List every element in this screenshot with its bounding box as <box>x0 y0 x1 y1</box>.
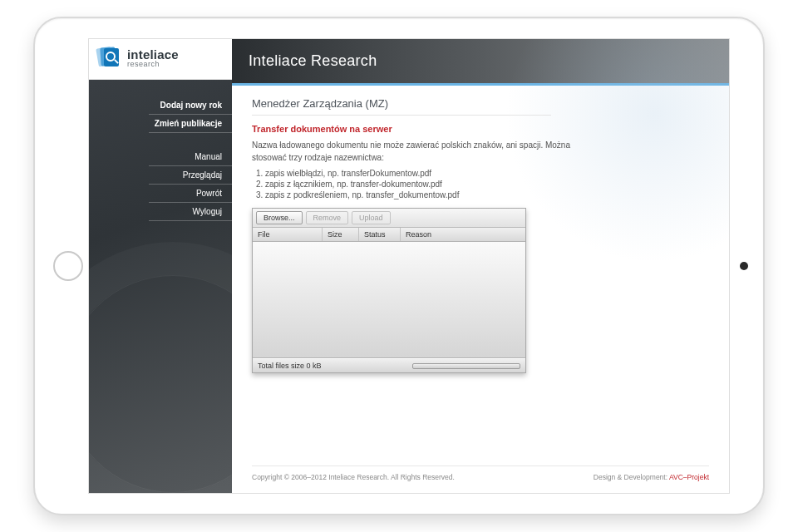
remove-button[interactable]: Remove <box>306 211 349 224</box>
col-status[interactable]: Status <box>359 228 401 241</box>
upload-button[interactable]: Upload <box>352 211 391 224</box>
brand-name: inteliace <box>127 48 179 61</box>
rule-item: zapis z podkreśleniem, np. transfer_doku… <box>265 190 709 200</box>
page-header: Inteliace Research <box>232 39 729 86</box>
file-uploader: Browse... Remove Upload File Size Status… <box>252 208 526 373</box>
app-screen: inteliace research Dodaj nowy rok Zmień … <box>88 38 730 494</box>
page-footer: Copyright © 2006–2012 Inteliace Research… <box>252 466 709 493</box>
uploader-grid-body[interactable] <box>253 242 525 358</box>
tablet-home-button[interactable] <box>53 251 83 281</box>
col-size[interactable]: Size <box>323 228 359 241</box>
nav-change-pub[interactable]: Zmień publikacje <box>149 115 232 133</box>
uploader-statusbar: Total files size 0 kB <box>253 358 525 372</box>
nav-add-year[interactable]: Dodaj nowy rok <box>149 96 232 115</box>
content: Menedżer Zarządzania (MZ) Transfer dokum… <box>232 86 729 452</box>
naming-rules-list: zapis wielbłądzi, np. transferDokumentow… <box>252 169 709 200</box>
page-title: Menedżer Zarządzania (MZ) <box>252 97 551 116</box>
tablet-frame: inteliace research Dodaj nowy rok Zmień … <box>33 17 765 515</box>
copyright-text: Copyright © 2006–2012 Inteliace Research… <box>252 473 455 481</box>
sidebar: inteliace research Dodaj nowy rok Zmień … <box>89 39 232 493</box>
scrollbar-horizontal[interactable] <box>412 363 520 369</box>
uploader-toolbar: Browse... Remove Upload <box>253 209 525 228</box>
brand-sub: research <box>127 61 179 68</box>
tablet-camera <box>740 262 748 270</box>
brand-logo[interactable]: inteliace research <box>89 39 232 80</box>
col-file[interactable]: File <box>253 228 323 241</box>
nav-browse[interactable]: Przeglądaj <box>149 166 232 185</box>
nav-logout[interactable]: Wyloguj <box>149 203 232 221</box>
main-area: Inteliace Research Menedżer Zarządzania … <box>232 39 729 493</box>
dev-link[interactable]: AVC–Projekt <box>669 473 709 481</box>
dev-credit: Design & Development: AVC–Projekt <box>594 473 709 481</box>
rule-item: zapis z łącznikiem, np. transfer-dokumen… <box>265 180 709 189</box>
col-reason[interactable]: Reason <box>401 228 525 241</box>
section-description: Nazwa ładowanego dokumentu nie może zawi… <box>252 139 601 164</box>
rule-item: zapis wielbłądzi, np. transferDokumentow… <box>265 169 709 178</box>
logo-icon <box>97 46 122 71</box>
browse-button[interactable]: Browse... <box>256 211 303 224</box>
sidebar-nav: Dodaj nowy rok Zmień publikacje Manual P… <box>89 80 232 221</box>
uploader-columns: File Size Status Reason <box>253 228 525 242</box>
section-title: Transfer dokumentów na serwer <box>252 124 709 134</box>
header-title: Inteliace Research <box>249 52 377 70</box>
nav-manual[interactable]: Manual <box>149 148 232 166</box>
status-text: Total files size 0 kB <box>258 362 322 370</box>
nav-back[interactable]: Powrót <box>149 185 232 203</box>
